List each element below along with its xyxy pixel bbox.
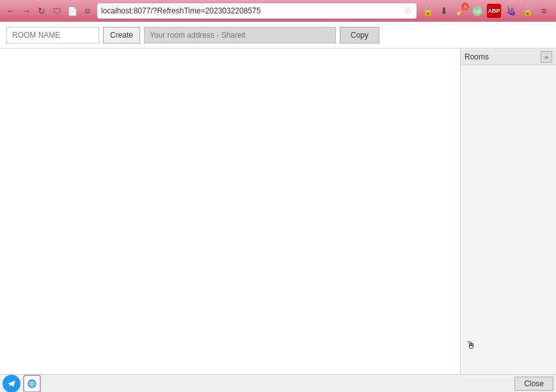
shield-icon: 🛡 [51,5,63,17]
main-area: Rooms » 🖱︎ [0,49,556,374]
rooms-title: Rooms [465,52,489,61]
browser-chrome: ← → ↻ 🛡 📄 ⧉ localhost:8077/?RefreshTime=… [0,0,556,22]
download-icon[interactable]: ⬇ [437,4,451,18]
profile-icon[interactable]: AB [470,4,484,18]
telegram-icon[interactable] [3,375,20,393]
room-address-input[interactable] [144,27,336,43]
copy-button[interactable]: Copy [340,27,379,43]
extension3-icon[interactable]: 🔒 [520,4,534,18]
rooms-collapse-button[interactable]: » [541,51,552,63]
extension2-icon[interactable]: 🍇 [504,4,518,18]
page-content: Create Copy Rooms » 🖱︎ [0,22,556,374]
close-button[interactable]: Close [514,377,553,391]
pocket-icon[interactable]: 🔒 [420,4,434,18]
app-toolbar: Create Copy [0,22,556,49]
forward-button[interactable]: → [20,5,32,17]
content-area [0,49,460,374]
extension-badge: 3 [461,3,469,10]
page-icon: 📄 [67,5,78,17]
status-bar: Close [0,374,556,392]
extensions-icon[interactable]: 🧹 3 [454,4,468,18]
rooms-content [461,65,556,374]
rooms-header: Rooms » [461,49,556,65]
address-bar[interactable]: localhost:8077/?RefreshTime=202303220857… [97,3,417,19]
svg-text:AB: AB [473,8,481,15]
create-button[interactable]: Create [103,27,140,43]
back-button[interactable]: ← [5,5,17,17]
world-icon[interactable] [23,375,41,393]
pip-icon: ⧉ [82,5,93,17]
rooms-panel: Rooms » [460,49,556,374]
browser-toolbar-right: 🔒 ⬇ 🧹 3 AB ABP 🍇 🔒 ≡ [420,4,551,18]
address-text: localhost:8077/?RefreshTime=202303220857… [101,6,402,15]
bookmark-icon[interactable]: ☆ [404,6,413,16]
abp-icon[interactable]: ABP [487,4,501,18]
room-name-input[interactable] [6,27,99,43]
refresh-button[interactable]: ↻ [36,5,47,17]
menu-icon[interactable]: ≡ [537,4,551,18]
status-bar-left [3,375,41,393]
